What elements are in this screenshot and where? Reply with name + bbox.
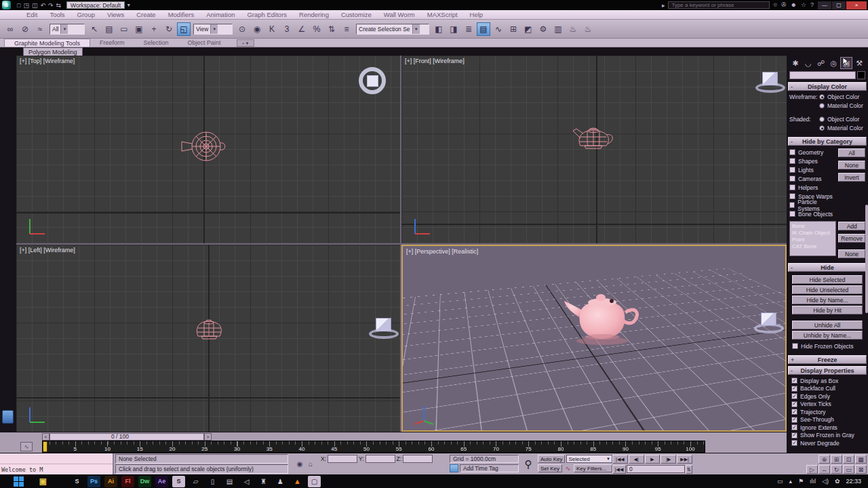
list-item[interactable]: Bone [792,223,833,230]
list-item[interactable]: Point [792,237,833,243]
keyboard-override-icon[interactable]: K [265,22,279,36]
go-to-start-button[interactable]: |◀◀ [612,455,628,464]
orbit-icon[interactable]: ↻ [831,465,842,474]
angle-snap-icon[interactable]: ∠ [295,22,309,36]
ribbon-tab-graphite[interactable]: Graphite Modeling Tools [4,39,90,47]
hide-action-button[interactable]: Hide Selected [792,275,863,284]
key-step-button[interactable]: |◀◀ [612,465,626,474]
pan-icon[interactable]: ↔ [818,465,830,474]
display-property-row[interactable]: ✓Trajectory [791,408,865,416]
key-filter-curve-icon[interactable]: ∿ [564,464,572,472]
unhide-action-button[interactable]: Unhide by Name... [792,331,863,340]
taskbar-3ds-max[interactable]: S [172,476,185,487]
menu-item[interactable]: Rendering [293,11,335,18]
go-to-end-button[interactable]: ▶▶| [677,455,692,464]
toolbar-overflow-icon[interactable]: ▸ [662,2,665,9]
display-property-row[interactable]: ✓Ignore Extents [791,424,865,432]
favorites-star-icon[interactable]: ☆ [801,1,806,9]
taskbar-app-5[interactable]: ♜ [257,476,270,487]
tray-app-icon[interactable]: ✿ [835,478,840,485]
utilities-tab-icon[interactable]: ⚒ [853,57,865,69]
menu-item[interactable]: Wall Worm [378,11,421,18]
viewcube-face[interactable] [367,75,378,87]
tray-flag-icon[interactable]: ⚑ [798,478,804,485]
display-property-row[interactable]: ✓Never Degrade [791,439,865,447]
tray-hidden-icons[interactable]: ▴ [789,478,792,485]
chevron-down-icon[interactable]: ▼ [60,24,68,34]
key-filters-button[interactable]: Key Filters... [574,464,612,472]
auto-key-button[interactable]: Auto Key [538,455,565,463]
workspace-dropdown-icon[interactable]: ▼ [126,3,131,7]
sign-in-icon[interactable]: ☻ [790,1,796,9]
taskbar-document[interactable]: ▢ [308,476,321,487]
undo-icon[interactable]: ↶ [40,2,45,9]
hierarchy-tab-icon[interactable]: ☍ [815,57,827,69]
listener-output-line[interactable]: Welcome to M [0,464,113,474]
viewport-layout-tab-button[interactable] [2,410,14,424]
checkbox-icon[interactable] [789,202,795,208]
teapot-left-wireframe[interactable] [191,317,228,344]
create-tab-icon[interactable]: ✱ [789,57,802,69]
select-and-manipulate-icon[interactable]: ◉ [250,22,264,36]
unhide-action-button[interactable]: Unhide All [792,321,863,329]
hide-action-button[interactable]: Hide by Hit [792,306,863,314]
ribbon-tab-selection[interactable]: Selection [134,39,178,47]
display-property-row[interactable]: ✓Edges Only [791,392,865,401]
schematic-view-icon[interactable]: ⊞ [507,22,520,36]
category-custom-list[interactable]: BoneIK Chain ObjectPointCAT Bone [789,221,836,256]
display-properties-header[interactable]: -Display Properties [788,366,867,375]
list-item[interactable]: CAT Bone [792,243,833,250]
menu-item[interactable]: Edit [20,11,43,18]
viewport-top-label[interactable]: [+] [Top] [Wireframe] [20,58,75,64]
checkbox-checked-icon[interactable]: ✓ [791,401,797,407]
bind-to-spacewarp-icon[interactable]: ≈ [33,22,47,36]
hide-action-button[interactable]: Hide by Name... [792,296,863,304]
hide-action-button[interactable]: Hide Unselected [792,285,863,294]
category-action-button[interactable]: None [838,161,865,169]
workspace-selector[interactable]: Workspace: Default [66,1,125,9]
percent-snap-icon[interactable]: % [310,22,323,36]
select-and-move-icon[interactable]: + [147,22,161,36]
y-field[interactable] [366,455,395,463]
checkbox-icon[interactable] [789,158,795,164]
maximize-viewport-icon[interactable]: ⊠ [855,465,867,474]
ribbon-tab-object-paint[interactable]: Object Paint [178,39,230,47]
taskbar-illustrator[interactable]: Ai [104,476,117,487]
viewport-perspective[interactable]: [+] [Perspective] [Realistic] [401,245,787,432]
save-file-icon[interactable]: ◫ [32,2,38,9]
viewport-top[interactable]: [+] [Top] [Wireframe] [16,56,400,243]
play-button[interactable]: ▶ [645,455,660,464]
material-editor-icon[interactable]: ◩ [521,22,535,36]
checkbox-checked-icon[interactable]: ✓ [791,432,797,439]
select-and-link-icon[interactable]: ∞ [3,22,17,36]
display-property-row[interactable]: ✓Backface Cull [791,385,865,393]
mini-curve-editor-icon[interactable]: ∿ [20,442,33,451]
search-binoculars-icon[interactable]: ⌾ [773,1,776,9]
polygon-modeling-panel-tab[interactable]: Polygon Modeling [23,47,83,56]
menu-item[interactable]: Tools [43,11,71,18]
trackbar-next-button[interactable]: > [204,433,212,441]
listener-macro-line[interactable] [0,453,113,464]
hide-by-category-header[interactable]: -Hide by Category [788,137,867,146]
wireframe-object-color-radio[interactable]: Object Color [819,93,865,101]
taskbar-dreamweaver[interactable]: Dw [138,476,151,487]
object-color-swatch[interactable] [857,71,865,79]
trackbar-range-field[interactable]: 0 / 100 [50,433,204,441]
freeze-header[interactable]: +Freeze [788,355,867,364]
category-checkbox-row[interactable]: Shapes [789,157,836,165]
viewcube-perspective-icon[interactable] [761,312,776,326]
redo-icon[interactable]: ↷ [48,2,54,9]
taskbar-photoshop[interactable]: Ps [87,476,100,487]
taskbar-app-4[interactable]: ◁ [240,476,253,487]
viewport-left[interactable]: [+] [Left] [Wireframe] [16,245,400,432]
category-checkbox-row[interactable]: Geometry [789,148,836,157]
unlink-selection-icon[interactable]: ⊘ [18,22,32,36]
x-field[interactable] [328,455,357,463]
viewcube-top-icon[interactable] [359,67,386,94]
wireframe-material-color-radio[interactable]: Material Color [819,102,865,110]
snap-3d-icon[interactable]: 3 [280,22,294,36]
display-property-row[interactable]: ✓Vertex Ticks [791,401,865,409]
menu-item[interactable]: Modifiers [162,11,201,18]
open-file-icon[interactable]: ◳ [23,2,29,9]
curve-editor-icon[interactable]: ∿ [492,22,505,36]
